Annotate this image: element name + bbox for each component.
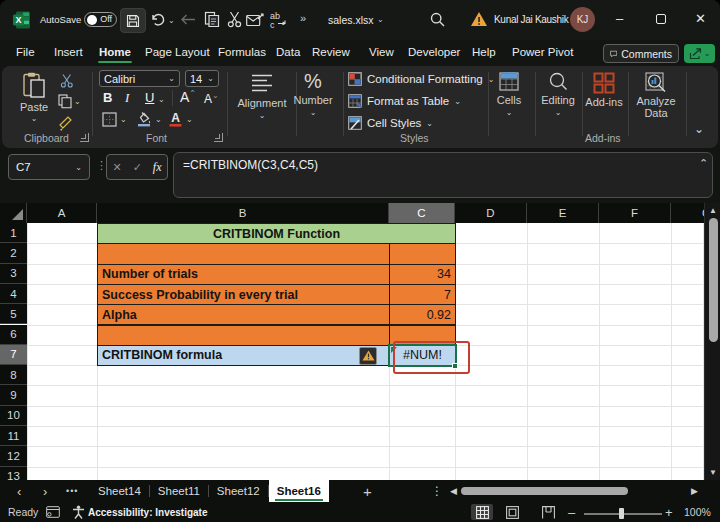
cancel-formula-icon[interactable]: ✕	[112, 161, 121, 174]
row-header-13[interactable]: 13	[0, 467, 27, 480]
sheet-tab-sheet16[interactable]: Sheet16	[269, 480, 329, 502]
insert-function-button[interactable]: fx	[153, 160, 162, 175]
font-color-button[interactable]: A ⌄	[168, 111, 193, 127]
hscroll-right-icon[interactable]: ▶	[691, 486, 698, 496]
zoom-out-button[interactable]: –	[568, 505, 575, 520]
row-header-4[interactable]: 4	[0, 284, 27, 304]
all-sheets-icon[interactable]: •••	[66, 486, 78, 496]
collapse-ribbon-icon[interactable]: ⌄	[694, 122, 704, 136]
menu-tab-review[interactable]: Review	[312, 46, 350, 58]
row-header-10[interactable]: 10	[0, 406, 27, 426]
menu-tab-formulas[interactable]: Formulas	[218, 46, 266, 58]
column-header-D[interactable]: D	[455, 203, 527, 223]
increase-font-button[interactable]: A⌃	[180, 89, 196, 105]
conditional-formatting-button[interactable]: Conditional Formatting ⌄	[348, 72, 494, 86]
menu-tab-view[interactable]: View	[369, 46, 394, 58]
minimize-button[interactable]: –	[616, 11, 623, 26]
decrease-font-button[interactable]: A⌄	[204, 91, 219, 106]
underline-chevron-icon[interactable]: ⌄	[158, 95, 165, 104]
scroll-down-icon[interactable]: ▼	[705, 468, 720, 477]
menu-tab-help[interactable]: Help	[472, 46, 496, 58]
format-painter-icon[interactable]	[59, 116, 75, 132]
cell-B1[interactable]: CRITBINOM Function	[97, 223, 456, 244]
formula-input[interactable]: =CRITBINOM(C3,C4,C5)	[173, 152, 713, 198]
cell-B3[interactable]: Number of trials	[97, 264, 390, 285]
row-header-6[interactable]: 6	[0, 325, 27, 345]
page-layout-view-button[interactable]	[501, 504, 523, 520]
sheet-tab-sheet14[interactable]: Sheet14	[90, 480, 149, 502]
sheet-tab-sheet12[interactable]: Sheet12	[209, 480, 268, 502]
share-button[interactable]: ⌄	[684, 44, 715, 63]
font-name-select[interactable]: Calibri ⌄	[99, 70, 180, 87]
row-header-2[interactable]: 2	[0, 243, 27, 263]
accessibility-status[interactable]: Accessibility: Investigate	[88, 507, 208, 518]
cell-B2[interactable]	[97, 243, 390, 264]
cell-C5[interactable]: 0.92	[389, 304, 456, 325]
row-header-1[interactable]: 1	[0, 223, 27, 243]
font-dialog-launcher-icon[interactable]	[214, 133, 223, 142]
close-button[interactable]: ✕	[695, 11, 706, 26]
ribbon-copy-button[interactable]: ⌄	[58, 94, 81, 109]
normal-view-button[interactable]	[471, 504, 493, 520]
alignment-button[interactable]: Alignment ⌄	[232, 73, 292, 120]
addins-button[interactable]: Add-ins	[584, 72, 624, 108]
row-header-12[interactable]: 12	[0, 446, 27, 466]
document-title[interactable]: sales.xlsx	[328, 14, 374, 26]
vertical-scrollbar-thumb[interactable]	[709, 218, 718, 342]
title-chevron-icon[interactable]: ⌄	[377, 15, 384, 24]
enter-formula-icon[interactable]: ✓	[133, 161, 142, 174]
menu-tab-power-pivot[interactable]: Power Pivot	[512, 46, 573, 58]
search-icon[interactable]	[430, 12, 445, 27]
row-header-5[interactable]: 5	[0, 304, 27, 324]
vertical-scrollbar[interactable]: ▲ ▼	[704, 203, 720, 480]
undo-icon[interactable]	[150, 11, 166, 27]
comments-button[interactable]: Comments	[603, 44, 679, 63]
zoom-level[interactable]: 100%	[684, 506, 711, 518]
ribbon-cut-icon[interactable]	[60, 74, 74, 88]
paste-button[interactable]: Paste ⌄	[14, 72, 54, 123]
select-all-corner[interactable]	[0, 203, 27, 223]
format-as-table-button[interactable]: Format as Table ⌄	[348, 94, 461, 108]
cut-icon[interactable]	[227, 11, 242, 28]
hscroll-left-icon[interactable]: ◀	[450, 486, 457, 496]
zoom-slider-thumb[interactable]	[619, 508, 624, 519]
undo-chevron-icon[interactable]: ⌄	[168, 16, 175, 25]
column-header-G[interactable]: G	[671, 203, 704, 223]
row-header-9[interactable]: 9	[0, 385, 27, 405]
clipboard-dialog-launcher-icon[interactable]	[80, 133, 89, 142]
bold-button[interactable]: B	[103, 90, 112, 105]
cell-B7[interactable]: CRITBINOM formula	[97, 345, 390, 366]
autosave-toggle[interactable]: Off	[84, 12, 117, 27]
menu-tab-insert[interactable]: Insert	[54, 46, 83, 58]
expand-formula-bar-icon[interactable]: ⌃	[699, 157, 708, 170]
row-header-7[interactable]: 7	[0, 345, 27, 365]
find-replace-icon[interactable]: ab c	[270, 11, 288, 28]
menu-tab-data[interactable]: Data	[276, 46, 300, 58]
sheet-tab-sheet11[interactable]: Sheet11	[150, 480, 208, 502]
new-sheet-button[interactable]: +	[363, 483, 372, 500]
cell-B4[interactable]: Success Probability in every trial	[97, 284, 390, 305]
menu-tab-home[interactable]: Home	[99, 46, 131, 58]
prev-sheet-icon[interactable]: ‹	[17, 484, 21, 499]
horizontal-scrollbar-thumb[interactable]	[461, 487, 628, 495]
save-button[interactable]	[120, 8, 146, 33]
editing-button[interactable]: Editing ⌄	[536, 72, 580, 117]
copy-icon[interactable]	[204, 11, 220, 28]
row-header-3[interactable]: 3	[0, 264, 27, 284]
column-header-C[interactable]: C	[389, 203, 455, 223]
fill-color-button[interactable]: ⌄	[136, 111, 162, 127]
page-break-view-button[interactable]	[537, 504, 559, 520]
underline-button[interactable]: U	[145, 90, 154, 105]
column-header-F[interactable]: F	[599, 203, 671, 223]
column-header-B[interactable]: B	[97, 203, 389, 223]
user-avatar[interactable]: KJ	[570, 7, 595, 32]
error-checking-button[interactable]	[359, 347, 377, 365]
font-size-select[interactable]: 14 ⌄	[185, 70, 219, 87]
spreadsheet-grid[interactable]: ABCDEFG12345678910111213CRITBINOM Functi…	[0, 203, 704, 480]
next-sheet-icon[interactable]: ›	[43, 484, 47, 499]
maximize-button[interactable]	[656, 14, 666, 24]
alert-warning-icon[interactable]	[470, 11, 488, 27]
name-box[interactable]: C7 ⌄	[8, 154, 90, 180]
cell-C4[interactable]: 7	[389, 284, 456, 305]
number-button[interactable]: % Number ⌄	[290, 71, 336, 117]
